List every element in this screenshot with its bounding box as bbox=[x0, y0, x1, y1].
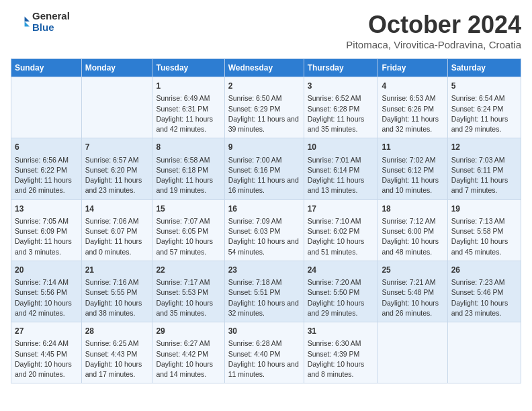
day-cell: 16Sunrise: 7:09 AM Sunset: 6:03 PM Dayli… bbox=[224, 199, 304, 261]
day-cell: 30Sunrise: 6:28 AM Sunset: 4:40 PM Dayli… bbox=[224, 322, 304, 383]
day-cell: 22Sunrise: 7:17 AM Sunset: 5:53 PM Dayli… bbox=[152, 261, 224, 322]
day-number: 21 bbox=[85, 265, 149, 276]
day-cell: 7Sunrise: 6:57 AM Sunset: 6:20 PM Daylig… bbox=[81, 138, 152, 199]
day-cell: 1Sunrise: 6:49 AM Sunset: 6:31 PM Daylig… bbox=[152, 77, 224, 138]
title-section: October 2024 Pitomaca, Virovitica-Podrav… bbox=[346, 11, 521, 50]
day-info: Sunrise: 6:57 AM Sunset: 6:20 PM Dayligh… bbox=[85, 155, 149, 196]
day-info: Sunrise: 6:54 AM Sunset: 6:24 PM Dayligh… bbox=[451, 93, 517, 134]
calendar-header: SundayMondayTuesdayWednesdayThursdayFrid… bbox=[11, 59, 521, 77]
day-number: 19 bbox=[451, 203, 517, 215]
calendar-body: 1Sunrise: 6:49 AM Sunset: 6:31 PM Daylig… bbox=[11, 77, 521, 383]
week-row-4: 20Sunrise: 7:14 AM Sunset: 5:56 PM Dayli… bbox=[11, 261, 521, 322]
main-title: October 2024 bbox=[346, 11, 521, 39]
day-number: 27 bbox=[15, 326, 78, 337]
day-cell: 4Sunrise: 6:53 AM Sunset: 6:26 PM Daylig… bbox=[378, 77, 447, 138]
day-info: Sunrise: 6:24 AM Sunset: 4:45 PM Dayligh… bbox=[15, 338, 78, 379]
header-cell-wednesday: Wednesday bbox=[224, 59, 304, 77]
day-info: Sunrise: 7:16 AM Sunset: 5:55 PM Dayligh… bbox=[85, 277, 149, 318]
header-cell-thursday: Thursday bbox=[304, 59, 378, 77]
day-cell bbox=[81, 77, 152, 138]
day-cell bbox=[378, 322, 447, 383]
day-number: 2 bbox=[228, 81, 300, 92]
svg-marker-0 bbox=[25, 16, 30, 21]
day-cell: 25Sunrise: 7:21 AM Sunset: 5:48 PM Dayli… bbox=[378, 261, 447, 322]
day-cell bbox=[11, 77, 82, 138]
logo-general: General bbox=[32, 11, 70, 22]
day-number: 20 bbox=[15, 265, 78, 276]
day-number: 15 bbox=[156, 203, 220, 215]
day-info: Sunrise: 7:13 AM Sunset: 5:58 PM Dayligh… bbox=[451, 216, 517, 257]
day-cell: 18Sunrise: 7:12 AM Sunset: 6:00 PM Dayli… bbox=[378, 199, 447, 261]
day-info: Sunrise: 6:50 AM Sunset: 6:29 PM Dayligh… bbox=[228, 93, 300, 134]
day-number: 9 bbox=[228, 142, 300, 153]
day-info: Sunrise: 6:30 AM Sunset: 4:39 PM Dayligh… bbox=[308, 338, 375, 379]
svg-marker-1 bbox=[25, 21, 30, 26]
day-info: Sunrise: 6:58 AM Sunset: 6:18 PM Dayligh… bbox=[156, 155, 220, 196]
day-number: 26 bbox=[451, 265, 517, 276]
week-row-5: 27Sunrise: 6:24 AM Sunset: 4:45 PM Dayli… bbox=[11, 322, 521, 383]
page-header: General Blue October 2024 Pitomaca, Viro… bbox=[11, 11, 521, 50]
header-row: SundayMondayTuesdayWednesdayThursdayFrid… bbox=[11, 59, 521, 77]
week-row-2: 6Sunrise: 6:56 AM Sunset: 6:22 PM Daylig… bbox=[11, 138, 521, 199]
logo: General Blue bbox=[11, 11, 70, 33]
day-info: Sunrise: 7:06 AM Sunset: 6:07 PM Dayligh… bbox=[85, 216, 149, 257]
day-info: Sunrise: 7:09 AM Sunset: 6:03 PM Dayligh… bbox=[228, 216, 300, 257]
day-cell: 15Sunrise: 7:07 AM Sunset: 6:05 PM Dayli… bbox=[152, 199, 224, 261]
calendar-table: SundayMondayTuesdayWednesdayThursdayFrid… bbox=[11, 58, 521, 383]
day-cell: 8Sunrise: 6:58 AM Sunset: 6:18 PM Daylig… bbox=[152, 138, 224, 199]
day-number: 8 bbox=[156, 142, 220, 153]
day-info: Sunrise: 7:23 AM Sunset: 5:46 PM Dayligh… bbox=[451, 277, 517, 318]
subtitle: Pitomaca, Virovitica-Podravina, Croatia bbox=[346, 39, 521, 50]
day-number: 25 bbox=[382, 265, 443, 276]
day-number: 10 bbox=[308, 142, 375, 153]
header-cell-friday: Friday bbox=[378, 59, 447, 77]
day-cell: 2Sunrise: 6:50 AM Sunset: 6:29 PM Daylig… bbox=[224, 77, 304, 138]
day-number: 3 bbox=[308, 81, 375, 92]
day-cell: 17Sunrise: 7:10 AM Sunset: 6:02 PM Dayli… bbox=[304, 199, 378, 261]
day-number: 6 bbox=[15, 142, 78, 153]
day-info: Sunrise: 7:05 AM Sunset: 6:09 PM Dayligh… bbox=[15, 216, 78, 257]
day-number: 7 bbox=[85, 142, 149, 153]
day-cell: 14Sunrise: 7:06 AM Sunset: 6:07 PM Dayli… bbox=[81, 199, 152, 261]
day-cell: 12Sunrise: 7:03 AM Sunset: 6:11 PM Dayli… bbox=[447, 138, 521, 199]
day-number: 30 bbox=[228, 326, 300, 337]
logo-icon bbox=[11, 13, 30, 32]
day-cell: 9Sunrise: 7:00 AM Sunset: 6:16 PM Daylig… bbox=[224, 138, 304, 199]
day-cell: 20Sunrise: 7:14 AM Sunset: 5:56 PM Dayli… bbox=[11, 261, 82, 322]
day-number: 13 bbox=[15, 203, 78, 215]
header-cell-saturday: Saturday bbox=[447, 59, 521, 77]
day-number: 23 bbox=[228, 265, 300, 276]
day-info: Sunrise: 6:25 AM Sunset: 4:43 PM Dayligh… bbox=[85, 338, 149, 379]
header-cell-tuesday: Tuesday bbox=[152, 59, 224, 77]
day-cell: 6Sunrise: 6:56 AM Sunset: 6:22 PM Daylig… bbox=[11, 138, 82, 199]
day-info: Sunrise: 6:53 AM Sunset: 6:26 PM Dayligh… bbox=[382, 93, 443, 134]
day-cell: 27Sunrise: 6:24 AM Sunset: 4:45 PM Dayli… bbox=[11, 322, 82, 383]
day-number: 5 bbox=[451, 81, 517, 92]
day-cell: 19Sunrise: 7:13 AM Sunset: 5:58 PM Dayli… bbox=[447, 199, 521, 261]
day-info: Sunrise: 7:18 AM Sunset: 5:51 PM Dayligh… bbox=[228, 277, 300, 318]
header-cell-monday: Monday bbox=[81, 59, 152, 77]
day-number: 11 bbox=[382, 142, 443, 153]
day-cell: 3Sunrise: 6:52 AM Sunset: 6:28 PM Daylig… bbox=[304, 77, 378, 138]
day-number: 16 bbox=[228, 203, 300, 215]
day-number: 28 bbox=[85, 326, 149, 337]
day-info: Sunrise: 7:14 AM Sunset: 5:56 PM Dayligh… bbox=[15, 277, 78, 318]
day-info: Sunrise: 7:02 AM Sunset: 6:12 PM Dayligh… bbox=[382, 155, 443, 196]
day-cell: 28Sunrise: 6:25 AM Sunset: 4:43 PM Dayli… bbox=[81, 322, 152, 383]
day-info: Sunrise: 7:20 AM Sunset: 5:50 PM Dayligh… bbox=[308, 277, 375, 318]
day-number: 22 bbox=[156, 265, 220, 276]
header-cell-sunday: Sunday bbox=[11, 59, 82, 77]
day-info: Sunrise: 6:52 AM Sunset: 6:28 PM Dayligh… bbox=[308, 93, 375, 134]
day-number: 29 bbox=[156, 326, 220, 337]
day-cell: 13Sunrise: 7:05 AM Sunset: 6:09 PM Dayli… bbox=[11, 199, 82, 261]
day-cell: 23Sunrise: 7:18 AM Sunset: 5:51 PM Dayli… bbox=[224, 261, 304, 322]
day-number: 14 bbox=[85, 203, 149, 215]
day-info: Sunrise: 6:49 AM Sunset: 6:31 PM Dayligh… bbox=[156, 93, 220, 134]
day-number: 31 bbox=[308, 326, 375, 337]
day-info: Sunrise: 7:07 AM Sunset: 6:05 PM Dayligh… bbox=[156, 216, 220, 257]
day-number: 17 bbox=[308, 203, 375, 215]
day-info: Sunrise: 7:10 AM Sunset: 6:02 PM Dayligh… bbox=[308, 216, 375, 257]
day-number: 4 bbox=[382, 81, 443, 92]
logo-blue: Blue bbox=[32, 22, 70, 34]
day-info: Sunrise: 7:03 AM Sunset: 6:11 PM Dayligh… bbox=[451, 155, 517, 196]
